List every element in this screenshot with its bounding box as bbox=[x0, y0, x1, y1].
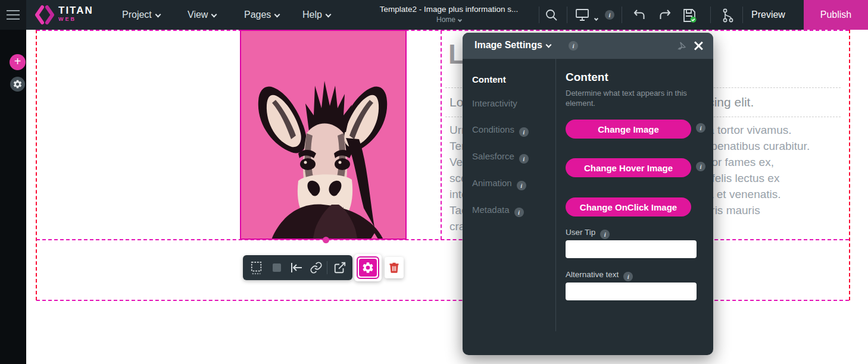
modal-tab-animation[interactable]: Animationi bbox=[472, 178, 526, 190]
brand-name: TITAN bbox=[58, 5, 93, 15]
info-icon: i bbox=[514, 208, 524, 217]
undo-icon[interactable] bbox=[632, 8, 647, 22]
chevron-down-icon bbox=[211, 12, 217, 18]
info-icon[interactable]: i bbox=[623, 272, 633, 281]
gear-icon bbox=[361, 261, 374, 274]
user-flow-icon[interactable] bbox=[720, 8, 735, 22]
publish-button[interactable]: Publish bbox=[804, 0, 868, 30]
delete-element-button[interactable] bbox=[385, 257, 404, 278]
brand-wordmark: TITAN WEB bbox=[58, 5, 93, 22]
alternative-text-input[interactable] bbox=[566, 283, 697, 300]
trash-icon bbox=[388, 261, 400, 274]
info-icon: i bbox=[517, 181, 526, 190]
menu-project[interactable]: Project bbox=[122, 0, 160, 30]
modal-title[interactable]: Image Settings bbox=[474, 40, 551, 51]
device-preview-icon[interactable] bbox=[575, 8, 589, 22]
column-guide bbox=[441, 30, 442, 240]
modal-tab-metadata[interactable]: Metadatai bbox=[472, 205, 524, 217]
user-tip-input[interactable] bbox=[566, 240, 697, 258]
close-icon[interactable] bbox=[692, 40, 704, 52]
align-left-icon[interactable] bbox=[289, 261, 304, 274]
divider bbox=[555, 59, 556, 331]
row-guide-bottom bbox=[36, 300, 849, 301]
chevron-down-icon bbox=[545, 42, 551, 48]
chevron-down-icon bbox=[155, 12, 161, 18]
divider bbox=[327, 261, 327, 274]
row-guide-middle bbox=[36, 239, 849, 240]
redo-icon[interactable] bbox=[658, 8, 672, 22]
change-image-button[interactable]: Change Image bbox=[566, 120, 691, 139]
info-icon: i bbox=[519, 154, 529, 164]
alternative-text-label: Alternative texti bbox=[566, 270, 633, 281]
add-element-button[interactable]: + bbox=[10, 54, 26, 70]
section-guide-left bbox=[36, 30, 37, 300]
element-toolbar bbox=[243, 254, 404, 281]
left-rail: + bbox=[0, 30, 26, 364]
toolbar-group bbox=[243, 255, 352, 280]
donkey-illustration bbox=[241, 31, 407, 240]
menu-view[interactable]: View bbox=[188, 0, 216, 30]
document-title: Template2 - Image plus information s... bbox=[357, 5, 541, 14]
divider bbox=[539, 7, 539, 23]
info-icon[interactable]: i bbox=[605, 10, 614, 20]
modal-tab-content[interactable]: Content bbox=[472, 74, 506, 84]
open-in-new-icon[interactable] bbox=[333, 261, 346, 274]
top-navbar: TITAN WEB Project View Pages Help Templa… bbox=[0, 0, 868, 30]
chevron-down-icon[interactable] bbox=[592, 12, 598, 23]
search-icon[interactable] bbox=[544, 8, 558, 22]
image-settings-modal: Image Settings i Content Interactivity C… bbox=[463, 33, 713, 355]
change-hover-image-button[interactable]: Change Hover Image bbox=[566, 158, 691, 177]
preview-button[interactable]: Preview bbox=[751, 0, 785, 30]
divider bbox=[742, 7, 743, 23]
save-icon[interactable] bbox=[682, 8, 696, 22]
change-onclick-image-button[interactable]: Change OnClick Image bbox=[566, 197, 691, 216]
info-icon[interactable]: i bbox=[569, 41, 578, 51]
chevron-down-icon bbox=[325, 12, 331, 18]
modal-tab-salesforce[interactable]: Salesforcei bbox=[472, 151, 529, 164]
pin-icon[interactable] bbox=[676, 40, 687, 51]
resize-handle[interactable] bbox=[323, 237, 329, 243]
donkey-image[interactable] bbox=[240, 30, 407, 240]
document-title-block: Template2 - Image plus information s... … bbox=[357, 0, 541, 24]
image-settings-button-card bbox=[354, 254, 382, 281]
row-guide-top bbox=[36, 30, 849, 31]
link-icon[interactable] bbox=[310, 261, 323, 274]
modal-section-title: Content bbox=[566, 71, 608, 84]
divider bbox=[710, 7, 711, 23]
image-settings-button[interactable] bbox=[357, 256, 379, 279]
user-tip-label: User Tipi bbox=[566, 228, 610, 239]
section-guide-right bbox=[849, 30, 850, 300]
brand-sub: WEB bbox=[58, 17, 93, 22]
info-icon[interactable]: i bbox=[600, 230, 610, 239]
divider bbox=[622, 7, 622, 23]
modal-section-description: Determine what text appears in this elem… bbox=[566, 88, 694, 108]
titan-logo-icon bbox=[35, 5, 55, 25]
background-fill-icon[interactable] bbox=[270, 261, 283, 274]
modal-tab-interactivity[interactable]: Interactivity bbox=[472, 98, 517, 108]
chevron-down-icon bbox=[458, 18, 462, 22]
settings-gear-button[interactable] bbox=[10, 77, 25, 92]
page-selector[interactable]: Home bbox=[357, 15, 541, 24]
hamburger-menu-icon[interactable] bbox=[0, 0, 26, 30]
divider bbox=[567, 7, 567, 23]
gear-icon bbox=[13, 79, 23, 89]
modal-header: Image Settings i bbox=[463, 33, 713, 59]
info-icon[interactable]: i bbox=[696, 162, 705, 171]
menu-pages[interactable]: Pages bbox=[244, 0, 279, 30]
modal-tab-conditions[interactable]: Conditionsi bbox=[472, 124, 529, 137]
border-style-icon[interactable] bbox=[250, 261, 263, 275]
info-icon[interactable]: i bbox=[696, 123, 705, 133]
menu-help[interactable]: Help bbox=[302, 0, 330, 30]
info-icon: i bbox=[519, 127, 529, 137]
chevron-down-icon bbox=[274, 12, 280, 18]
